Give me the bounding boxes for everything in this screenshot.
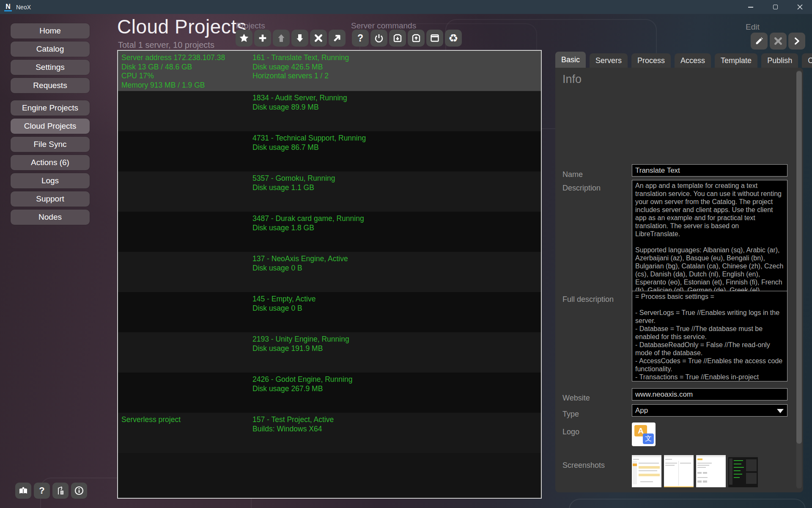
construction-icon <box>55 486 66 496</box>
sidebar-item-file-sync[interactable]: File Sync <box>11 137 90 152</box>
server-install-button[interactable] <box>389 30 406 47</box>
server-help-button[interactable]: ? <box>352 30 369 47</box>
project-title: 157 - Test Project, Active <box>252 415 334 425</box>
project-disk-usage: Disk usage 191.9 MB <box>252 344 349 353</box>
type-value: App <box>635 406 648 415</box>
project-logo[interactable]: A 文 <box>632 422 656 446</box>
docs-icon <box>18 486 28 496</box>
sidebar-item-catalog[interactable]: Catalog <box>11 41 90 57</box>
minimize-icon <box>748 7 753 8</box>
edit-button[interactable] <box>751 33 768 50</box>
project-row[interactable]: 1834 - Audit Server, Running Disk usage … <box>118 91 541 131</box>
tab-servers[interactable]: Servers <box>590 53 628 68</box>
x-icon <box>314 34 323 42</box>
server-toolbar-label: Server commands <box>351 21 416 30</box>
screenshot-thumb[interactable] <box>664 455 694 487</box>
serverless-label: Serverless project <box>121 415 181 425</box>
tab-cmds[interactable]: Cmds <box>802 53 812 68</box>
open-project-button[interactable] <box>329 30 346 47</box>
server-window-button[interactable] <box>426 30 443 47</box>
project-row[interactable]: 3487 - Durak card game, Running Disk usa… <box>118 212 541 252</box>
project-disk-usage: Disk usage 0 B <box>252 304 315 313</box>
website-field[interactable] <box>632 388 787 400</box>
question-icon: ? <box>357 33 363 44</box>
project-title: 5357 - Gomoku, Running <box>252 174 335 183</box>
maximize-icon <box>773 5 778 9</box>
project-disk-usage: Disk usage 426.5 MB <box>252 63 349 72</box>
project-row[interactable]: 145 - Empty, Active Disk usage 0 B <box>118 292 541 332</box>
cancel-edit-button[interactable] <box>770 33 787 50</box>
sidebar-item-requests[interactable]: Requests <box>11 78 90 93</box>
projects-list: Server address 172.238.107.38 Disk 13 GB… <box>117 50 542 499</box>
name-field[interactable] <box>632 164 787 177</box>
delete-project-button[interactable] <box>310 30 327 47</box>
sidebar-item-settings[interactable]: Settings <box>11 60 90 75</box>
tab-access[interactable]: Access <box>675 53 711 68</box>
project-row[interactable]: 2193 - Unity Engine, Running Disk usage … <box>118 332 541 373</box>
tab-process[interactable]: Process <box>631 53 671 68</box>
project-row[interactable]: 4731 - Technical Support, Running Disk u… <box>118 131 541 171</box>
server-recycle-button[interactable]: ♻ <box>445 30 462 47</box>
sidebar-item-cloud-projects[interactable]: Cloud Projects <box>11 119 90 134</box>
favorite-button[interactable] <box>236 30 252 47</box>
app-logo-icon: N <box>4 3 12 11</box>
minimize-button[interactable] <box>738 0 763 14</box>
server-memory: Memory 913 MB / 1.9 GB <box>121 81 225 90</box>
move-up-button[interactable] <box>273 30 290 47</box>
project-title: 1834 - Audit Server, Running <box>252 94 347 103</box>
maximize-button[interactable] <box>763 0 787 14</box>
tab-publish[interactable]: Publish <box>761 53 798 68</box>
screenshots-label: Screenshots <box>562 461 605 470</box>
serverless-row[interactable]: Serverless project 157 - Test Project, A… <box>118 413 541 453</box>
project-title: 3487 - Durak card game, Running <box>252 214 364 224</box>
edit-toolbar-label: Edit <box>746 22 760 32</box>
sidebar-item-logs[interactable]: Logs <box>11 173 90 188</box>
tab-basic[interactable]: Basic <box>555 52 586 68</box>
project-title: 137 - NeoAxis Engine, Active <box>252 254 348 264</box>
info-heading: Info <box>562 73 582 86</box>
project-disk-usage: Disk usage 0 B <box>252 264 348 273</box>
panel-scrollbar[interactable] <box>796 70 802 489</box>
move-down-button[interactable] <box>291 30 308 47</box>
background-decoration <box>569 499 806 508</box>
project-title: 161 - Translate Text, Running <box>252 53 349 63</box>
sidebar-item-support[interactable]: Support <box>11 191 90 207</box>
chevron-down-icon <box>777 409 784 413</box>
window-icon <box>430 33 440 43</box>
server-disk: Disk 13 GB / 48.6 GB <box>121 63 225 72</box>
sidebar-item-engine-projects[interactable]: Engine Projects <box>11 100 90 116</box>
add-project-button[interactable] <box>254 30 271 47</box>
server-address: Server address 172.238.107.38 <box>121 53 225 63</box>
sidebar-item-home[interactable]: Home <box>11 23 90 39</box>
type-dropdown[interactable]: App <box>632 404 787 417</box>
documentation-button[interactable] <box>15 483 31 499</box>
project-title: 2426 - Godot Engine, Running <box>252 375 352 384</box>
sidebar-item-nodes[interactable]: Nodes <box>11 210 90 225</box>
star-icon <box>239 33 250 44</box>
sidebar-item-actions[interactable]: Actions (6) <box>11 155 90 170</box>
next-button[interactable] <box>788 33 805 50</box>
server-power-button[interactable] <box>370 30 387 47</box>
project-row[interactable]: 2426 - Godot Engine, Running Disk usage … <box>118 373 541 413</box>
server-row[interactable]: Server address 172.238.107.38 Disk 13 GB… <box>118 51 541 91</box>
info-button[interactable] <box>71 483 87 499</box>
tab-template[interactable]: Template <box>715 53 757 68</box>
box-upload-icon <box>411 33 421 43</box>
full-description-label: Full description <box>562 295 614 304</box>
help-icon: ? <box>39 485 44 496</box>
x-icon <box>774 37 782 45</box>
screenshot-thumb[interactable] <box>632 455 661 487</box>
server-upload-button[interactable] <box>408 30 425 47</box>
help-button[interactable]: ? <box>34 483 50 499</box>
project-row[interactable]: 5357 - Gomoku, Running Disk usage 1.1 GB <box>118 171 541 212</box>
project-row[interactable]: 137 - NeoAxis Engine, Active Disk usage … <box>118 252 541 292</box>
page-title: Cloud Projects <box>117 15 247 38</box>
full-description-field[interactable]: = Process basic settings = - ServerLogs … <box>632 291 787 381</box>
project-disk-usage: Disk usage 1.8 GB <box>252 224 364 233</box>
screenshot-thumb[interactable] <box>696 455 726 487</box>
project-disk-usage: Disk usage 89.9 MB <box>252 103 347 112</box>
close-button[interactable] <box>787 0 812 14</box>
construction-button[interactable] <box>52 483 69 499</box>
panel-scrollbar-thumb[interactable] <box>796 71 802 444</box>
screenshot-thumb[interactable] <box>728 455 758 487</box>
